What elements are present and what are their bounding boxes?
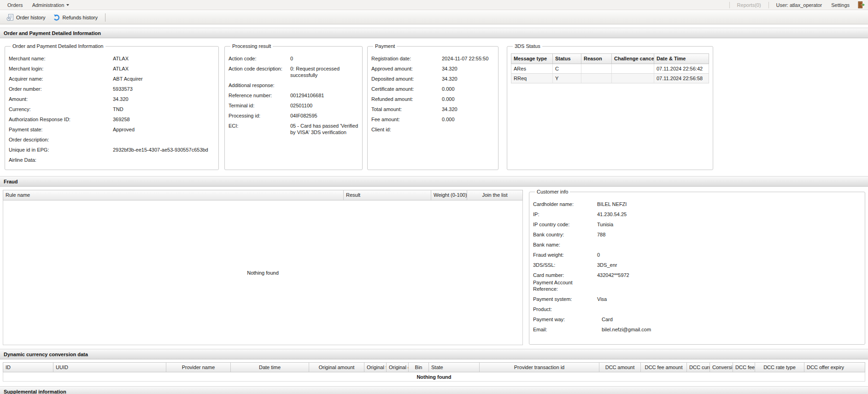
column-header-status: Status [553,54,581,64]
logout-button[interactable] [856,1,865,9]
field-label: Client id: [371,126,442,133]
cell-message-type: RReq [511,74,553,83]
field-action-code: Action code:0 [229,55,358,62]
field-value: ATLAX [113,65,215,72]
field-value: ABT Acquirer [113,76,215,82]
field-value: 04IF082595 [290,112,358,119]
field-card-number: Card number:432042**5972 [533,272,861,278]
cell-challenge-cancel [612,64,654,73]
field-order-number: Order number:5933573 [9,86,215,92]
field-reference-number: Reference number:001294106681 [229,92,358,99]
three-ds-status-legend: 3DS Status [513,43,542,49]
field-label: Merchant name: [9,55,113,62]
field-deposited-amount: Deposited amount:34.320 [371,76,494,82]
field-label: Certificate amount: [371,86,442,92]
column-header-result: Result [344,190,431,200]
column-header-dcc-rate-type: DCC rate type [755,363,804,372]
field-value: 2932bf3b-ee15-4307-ae53-930557c653bd [113,147,215,153]
field-refunded-amount: Refunded amount:0.000 [371,96,494,102]
field-cardholder-name: Cardholder name:BILEL NEFZI [533,201,861,207]
field-product: Product: [533,306,861,312]
field-label: Registration date: [371,55,442,62]
order-info-panel: Order and Payment Detailed Information M… [5,43,219,170]
cell-date-time: 07.11.2024 22:56:42 [654,64,709,73]
field-value: 432042**5972 [597,272,861,278]
field-registration-date: Registration date:2024-11-07 22:55:50 [371,55,494,62]
field-value: 0.000 [442,116,494,123]
fraud-section-title: Fraud [0,176,868,187]
field-label: Reference number: [229,92,290,99]
menu-reports[interactable]: Reports(0) [733,0,766,10]
field-label: Payment state: [9,126,113,133]
field-value: Visa [597,296,861,302]
field-value: bilel.nefzi@gmail.com [597,326,861,333]
cell-message-type: ARes [511,64,553,73]
toolbar: Order history Refunds history [0,11,868,24]
column-header-dcc-offer-expiry: DCC offer expiry [804,363,865,372]
field-fee-amount: Fee amount:0.000 [371,116,494,123]
field-label: Additional response: [229,82,290,88]
field-merchant-name: Merchant name:ATLAX [9,55,215,62]
refunds-history-button[interactable]: Refunds history [49,13,101,22]
menu-bar-right: Reports(0) User: atlax_operator Settings [727,0,865,10]
field-label: Acquirer name: [9,76,113,82]
field-label: IP: [533,211,597,218]
field-label: IP country code: [533,221,597,228]
field-certificate-amount: Certificate amount:0.000 [371,86,494,92]
field-label: 3DS/SSL: [533,262,597,268]
field-label: Unique id in EPG: [9,147,113,153]
menu-orders[interactable]: Orders [3,0,28,10]
dcc-empty-message: Nothing found [416,374,451,380]
dcc-table-header: ID UUID Provider name Date time Original… [3,362,865,372]
cell-reason [581,64,612,73]
customer-info-legend: Customer info [535,189,570,194]
field-value: Approved [113,126,215,133]
field-additional-response: Additional response: [229,82,358,88]
column-header-reason: Reason [581,54,612,64]
cell-status: Y [553,74,581,83]
table-row[interactable]: ARes C 07.11.2024 22:56:42 [511,64,709,74]
field-payment-state: Payment state:Approved [9,126,215,133]
field-value: 34.320 [113,96,215,102]
divider [729,2,730,8]
field-label: Fraud weight: [533,252,597,258]
three-ds-status-panel: 3DS Status Message type Status Reason Ch… [507,43,713,170]
page-title: Order and Payment Detailed Information [0,28,868,38]
field-eci: ECI:05 - Card has passed 'Verified by VI… [229,123,358,135]
column-header-rule-name: Rule name [3,190,344,200]
order-history-button[interactable]: Order history [3,13,49,22]
menu-administration[interactable]: Administration [28,0,74,10]
field-label: Payment system: [533,296,597,302]
field-value: 5933573 [113,86,215,92]
field-label: Terminal id: [229,102,290,109]
table-row[interactable]: RReq Y 07.11.2024 22:56:58 [511,74,709,83]
field-value: 001294106681 [290,92,358,99]
field-3ds-ssl: 3DS/SSL:3DS_enr [533,262,861,268]
field-label: Order number: [9,86,113,92]
field-label: Merchant login: [9,65,113,72]
cell-date-time: 07.11.2024 22:56:58 [654,74,709,83]
column-header-weight: Weight (0-100) [431,190,467,200]
menu-settings[interactable]: Settings [827,0,854,10]
field-acquirer-name: Acquirer name:ABT Acquirer [9,76,215,82]
three-ds-table-header: Message type Status Reason Challenge can… [511,53,709,64]
column-header-provider-name: Provider name [166,363,231,372]
fraud-empty-message: Nothing found [247,270,279,276]
payment-legend: Payment [373,43,397,49]
column-header-date-time: Date time [231,363,309,372]
dcc-empty-row: Nothing found [3,372,865,382]
field-value: 41.230.54.25 [597,211,861,218]
column-header-id: ID [3,363,53,372]
field-bank-name: Bank name: [533,241,861,248]
field-bank-country: Bank country:788 [533,231,861,238]
order-info-legend: Order and Payment Detailed Information [11,43,106,49]
field-payment-system: Payment system:Visa [533,296,861,302]
door-exit-icon [857,1,865,9]
field-label: Fee amount: [371,116,442,123]
field-label: Airline Data: [9,157,113,163]
fraud-table-body: Nothing found [3,200,523,345]
field-label: Action code: [229,55,290,62]
menu-bar: Orders Administration Reports(0) User: a… [0,0,868,10]
field-value: 02501100 [290,102,358,109]
field-amount: Amount:34.320 [9,96,215,102]
